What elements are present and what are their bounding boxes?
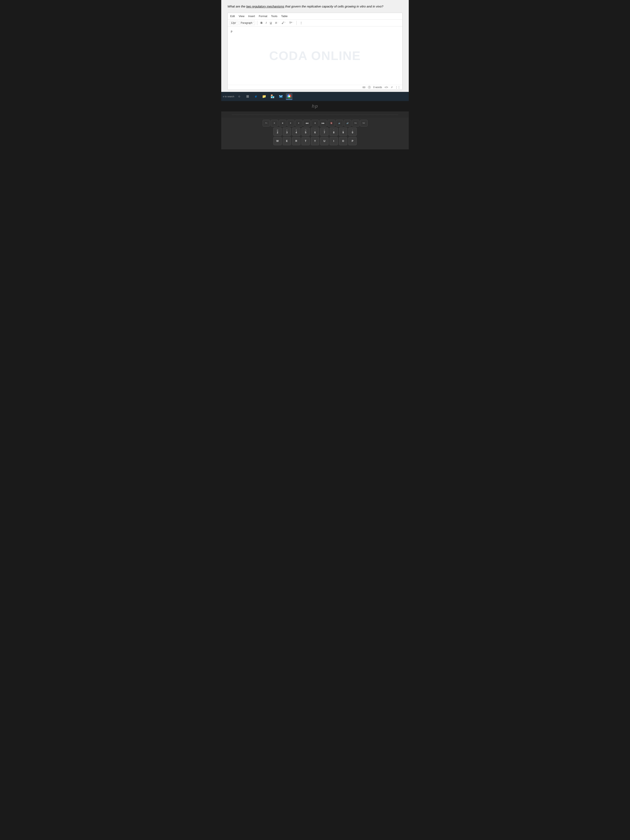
grille-dot	[341, 114, 341, 115]
key-f5[interactable]: ◀◀	[303, 120, 311, 126]
grille-dot	[248, 114, 249, 115]
key-o[interactable]: O	[339, 137, 347, 145]
grille-dot	[359, 114, 360, 115]
grille-dot	[252, 114, 252, 115]
key-y[interactable]: Y	[311, 137, 319, 145]
key-f11[interactable]: f11	[352, 120, 359, 126]
key-f2[interactable]: 🖥	[279, 120, 286, 126]
grille-dot	[300, 114, 301, 115]
menu-tools[interactable]: Tools	[271, 14, 277, 18]
grille-dot	[376, 114, 376, 115]
grille-dot	[280, 114, 281, 115]
grille-dot	[387, 114, 387, 115]
grille-dot	[398, 114, 398, 115]
key-8[interactable]: * 8	[330, 128, 338, 136]
superscript-button[interactable]: T² ˅	[288, 21, 294, 25]
key-r[interactable]: R	[292, 137, 300, 145]
key-f1[interactable]: ☀	[271, 120, 278, 126]
key-f6[interactable]: ⏸	[311, 120, 319, 126]
key-w[interactable]: W	[273, 137, 282, 145]
grille-dot	[351, 114, 352, 115]
key-f10[interactable]: 🔊	[344, 120, 351, 126]
taskbar-folder[interactable]: 📁	[261, 93, 267, 100]
key-f7[interactable]: ▶▶	[320, 120, 327, 126]
taskbar-store[interactable]: 🏪	[269, 93, 276, 100]
key-2[interactable]: @ 2	[273, 128, 282, 136]
key-4[interactable]: $ 4	[292, 128, 300, 136]
key-r-label: R	[295, 140, 297, 142]
key-i[interactable]: I	[330, 137, 338, 145]
grid-button[interactable]: ⋮⋮	[395, 86, 400, 89]
key-fn[interactable]: Fn	[263, 120, 270, 126]
grille-dot	[336, 114, 336, 115]
taskbar-mail[interactable]	[278, 93, 284, 100]
paragraph-value: Paragraph	[241, 22, 252, 24]
taskbar-chrome[interactable]	[286, 93, 292, 100]
cursor-line: p	[231, 30, 399, 33]
grille-dot	[295, 114, 295, 115]
grille-dot	[370, 114, 371, 115]
grille-dot	[254, 114, 254, 115]
grille-dot	[384, 114, 385, 115]
grille-dot	[361, 114, 362, 115]
highlight-button[interactable]: 🖊 ˅	[281, 21, 287, 25]
grille-dot	[363, 114, 363, 115]
taskbar-edge[interactable]: e	[253, 93, 259, 100]
taskbar-start[interactable]: ○	[236, 93, 243, 100]
code-view-button[interactable]: </>	[385, 86, 388, 89]
grille-dot	[299, 114, 300, 115]
key-f8-icon: 🔇	[330, 122, 333, 124]
bold-button[interactable]: B	[259, 21, 263, 25]
key-f3[interactable]: ✦	[287, 120, 294, 126]
grille-dot	[255, 114, 256, 115]
menu-table[interactable]: Table	[281, 14, 287, 18]
key-f4[interactable]: ✦	[295, 120, 303, 126]
grille-dot	[302, 114, 302, 115]
grille-dot	[373, 114, 373, 115]
key-7[interactable]: & 7	[320, 128, 328, 136]
key-e-label: E	[286, 140, 288, 142]
chrome-icon	[287, 94, 291, 98]
key-6[interactable]: ^ 6	[311, 128, 319, 136]
menu-insert[interactable]: Insert	[248, 14, 255, 18]
grille-dot	[258, 114, 258, 115]
key-f8[interactable]: 🔇	[328, 120, 335, 126]
grille-dot	[344, 114, 345, 115]
key-0[interactable]: ) 0	[348, 128, 357, 136]
underline-button[interactable]: U	[269, 21, 273, 25]
expand-button[interactable]: ↗	[391, 86, 393, 89]
grille-dot	[354, 114, 354, 115]
more-button[interactable]: ⋮	[299, 21, 303, 25]
grille-dot	[319, 114, 320, 115]
paragraph-select[interactable]: Paragraph ˅	[240, 21, 255, 25]
grille-dot	[273, 114, 273, 115]
grille-dot	[282, 114, 282, 115]
editor-wrapper: Edit View Insert Format Tools Table 12pt…	[227, 13, 403, 90]
key-3[interactable]: # 3	[283, 128, 291, 136]
grille-dot	[285, 114, 286, 115]
grille-dot	[316, 114, 316, 115]
key-t[interactable]: T	[302, 137, 310, 145]
grille-dot	[347, 114, 347, 115]
taskbar-taskview[interactable]: ⊞	[244, 93, 251, 100]
key-u[interactable]: U	[320, 137, 328, 145]
font-color-button[interactable]: A ˅	[274, 21, 279, 25]
key-5[interactable]: % 5	[302, 128, 310, 136]
italic-button[interactable]: I	[265, 21, 268, 25]
key-9[interactable]: ( 9	[339, 128, 347, 136]
font-size-select[interactable]: 12pt ˅	[230, 21, 238, 25]
key-e[interactable]: E	[283, 137, 291, 145]
key-f12[interactable]: f12	[360, 120, 368, 126]
menu-format[interactable]: Format	[259, 14, 267, 18]
key-f9[interactable]: 🔉	[336, 120, 343, 126]
key-f3-icon: ✦	[290, 122, 292, 124]
watermark: CODA ONLINE	[269, 48, 361, 63]
grille-dot	[290, 114, 291, 115]
editor-content[interactable]: CODA ONLINE p	[228, 27, 402, 85]
menu-view[interactable]: View	[238, 14, 245, 18]
key-p[interactable]: P	[348, 137, 357, 145]
start-icon: ○	[238, 95, 240, 98]
grille-dot	[356, 114, 357, 115]
menu-edit[interactable]: Edit	[230, 14, 235, 18]
grille-dot	[262, 114, 262, 115]
